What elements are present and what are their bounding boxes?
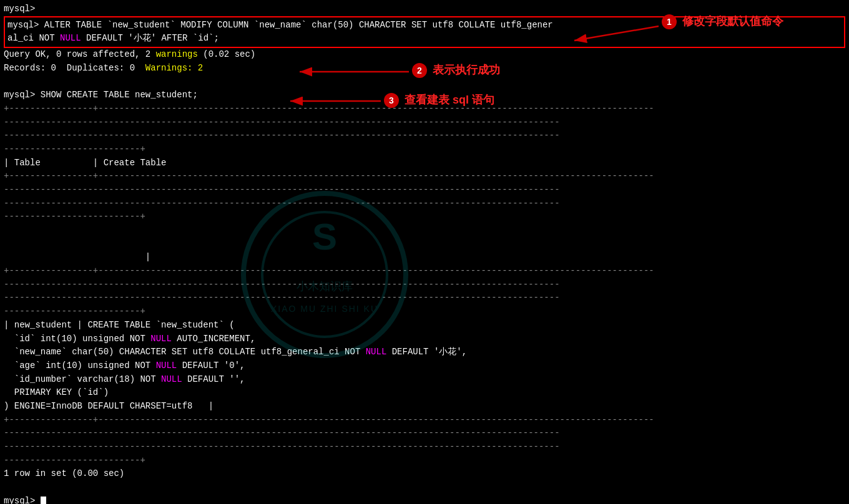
- command-line2: al_ci NOT NULL DEFAULT '小花' AFTER `id`;: [7, 32, 842, 46]
- sep11: ----------------------------------------…: [4, 291, 845, 305]
- table-data-line2: `id` int(10) unsigned NOT NULL AUTO_INCR…: [4, 332, 845, 346]
- sep8: --------------------------+: [4, 210, 845, 224]
- annotation-3-label: 查看建表 sql 语句: [405, 94, 494, 106]
- table-data-line4: `age` int(10) unsigned NOT NULL DEFAULT …: [4, 359, 845, 373]
- annotation-3: 3 查看建表 sql 语句: [384, 92, 494, 108]
- blank-line2: [4, 224, 845, 238]
- sep4: --------------------------+: [4, 143, 845, 157]
- annotation-1: 1 修改字段默认值命令: [662, 14, 783, 29]
- sep13: +----------------+----------------------…: [4, 414, 845, 427]
- table-data-line6: PRIMARY KEY (`id`): [4, 386, 845, 400]
- sep12: --------------------------+: [4, 305, 845, 319]
- annotation-2-circle: 2: [412, 63, 427, 78]
- sep9: +----------------+----------------------…: [4, 264, 845, 278]
- sep6: ----------------------------------------…: [4, 183, 845, 197]
- table-data-line7: ) ENGINE=InnoDB DEFAULT CHARSET=utf8 |: [4, 400, 845, 414]
- blank-line4: [4, 481, 845, 495]
- final-prompt-line: mysql>: [4, 495, 845, 504]
- sep14: ----------------------------------------…: [4, 427, 845, 440]
- annotation-1-label: 修改字段默认值命令: [682, 15, 783, 27]
- table-data-line1: | new_student | CREATE TABLE `new_studen…: [4, 319, 845, 332]
- cursor-pipe-line: |: [4, 251, 845, 264]
- sep3: ----------------------------------------…: [4, 129, 845, 143]
- sep7: ----------------------------------------…: [4, 197, 845, 211]
- sep5: +----------------+----------------------…: [4, 170, 845, 183]
- sep15: ----------------------------------------…: [4, 440, 845, 454]
- annotation-1-circle: 1: [662, 14, 677, 29]
- row-count-line: 1 row in set (0.00 sec): [4, 467, 845, 481]
- sep2: ----------------------------------------…: [4, 116, 845, 130]
- terminal: mysql> mysql> ALTER TABLE `new_student` …: [0, 0, 849, 504]
- annotation-3-circle: 3: [384, 93, 399, 108]
- query-ok-line: Query OK, 0 rows affected, 2 warnings (0…: [4, 48, 845, 62]
- sep16: --------------------------+: [4, 454, 845, 468]
- sep10: ----------------------------------------…: [4, 278, 845, 292]
- cursor: [41, 497, 46, 504]
- blank-line3: [4, 238, 845, 251]
- annotation-2-label: 表示执行成功: [433, 64, 500, 76]
- table-data-line3: `new_name` char(50) CHARACTER SET utf8 C…: [4, 346, 845, 359]
- table-header-line: | Table | Create Table: [4, 157, 845, 170]
- table-data-line5: `id_number` varchar(18) NOT NULL DEFAULT…: [4, 373, 845, 387]
- annotation-2: 2 表示执行成功: [412, 62, 500, 78]
